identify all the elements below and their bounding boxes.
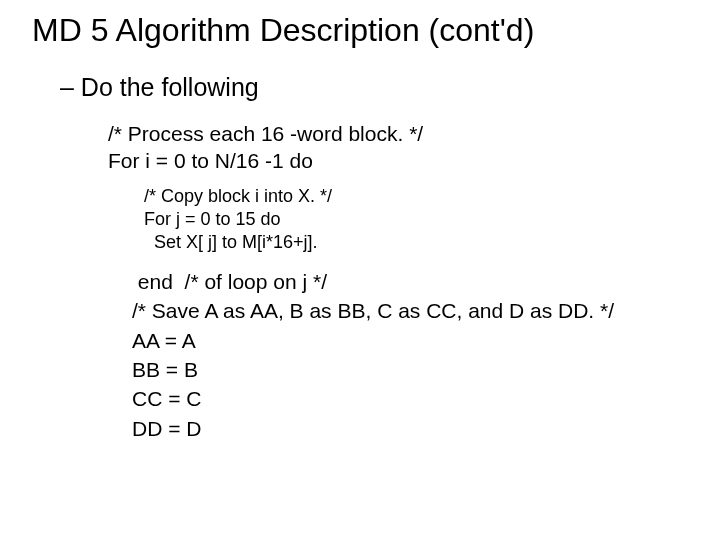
code-block-3: end /* of loop on j */ /* Save A as AA, … [132, 267, 696, 443]
code-line: /* Save A as AA, B as BB, C as CC, and D… [132, 296, 696, 325]
code-line: BB = B [132, 355, 696, 384]
code-line: end /* of loop on j */ [132, 267, 696, 296]
code-line: /* Process each 16 -word block. */ [108, 120, 696, 147]
code-line: DD = D [132, 414, 696, 443]
code-line: For i = 0 to N/16 -1 do [108, 147, 696, 174]
code-line: For j = 0 to 15 do [144, 208, 696, 231]
subheading: – Do the following [60, 73, 696, 102]
code-line: /* Copy block i into X. */ [144, 185, 696, 208]
code-line: Set X[ j] to M[i*16+j]. [144, 231, 696, 254]
slide-title: MD 5 Algorithm Description (cont'd) [32, 12, 696, 49]
code-block-1: /* Process each 16 -word block. */ For i… [108, 120, 696, 175]
code-block-2: /* Copy block i into X. */ For j = 0 to … [144, 185, 696, 255]
code-line: AA = A [132, 326, 696, 355]
code-line: CC = C [132, 384, 696, 413]
